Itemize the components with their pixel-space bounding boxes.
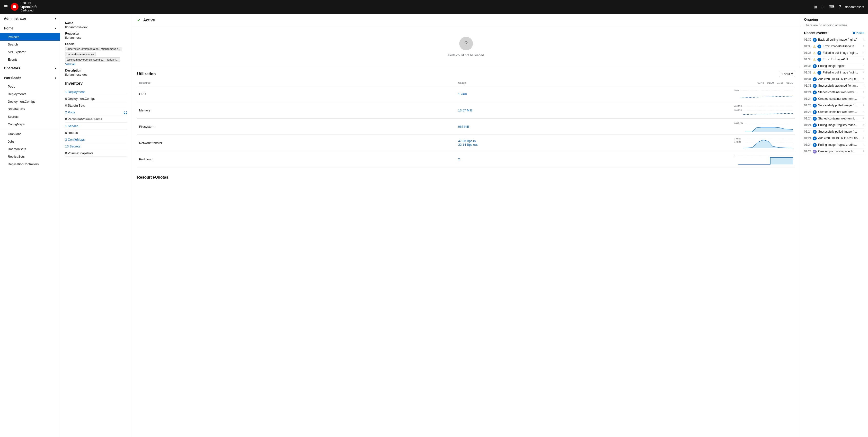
event-item[interactable]: 01:35⚠PError: ImagePullBackOff› [804, 43, 864, 50]
sidebar-item-search[interactable]: Search [0, 41, 60, 48]
event-arrow-icon: › [863, 130, 864, 133]
status-bar: ✔ Active [132, 13, 800, 27]
inventory-item-label: 0 PersistentVolumeClaims [65, 117, 102, 121]
event-arrow-icon: › [863, 64, 864, 67]
event-text: Successfully pulled image "r... [818, 130, 862, 133]
right-panel: Ongoing There are no ongoing activities.… [800, 13, 868, 437]
event-time: 01:24 [804, 117, 811, 120]
pause-button[interactable]: Pause [853, 31, 864, 34]
event-time: 01:24 [804, 104, 811, 107]
help-icon[interactable]: ? [839, 5, 841, 9]
event-arrow-icon: › [863, 104, 864, 106]
event-item[interactable]: 01:24PSuccessfully pulled image "r...› [804, 103, 864, 109]
event-time: 01:24 [804, 97, 811, 100]
event-item[interactable]: 01:35⚠PFailed to pull image "ngin...› [804, 50, 864, 56]
event-item[interactable]: 01:31PAdd eth0 [10.130.6.129/23] fr...› [804, 76, 864, 83]
event-time: 01:24 [804, 110, 811, 114]
events-list: 01:36PBack-off pulling image "nginx"›01:… [804, 37, 864, 155]
label-tag-0[interactable]: kubernetes.io/metadata.na...=florianmoss… [65, 47, 122, 51]
sidebar-item-projects[interactable]: Projects [0, 33, 60, 41]
sidebar-item-deploymentconfigs[interactable]: DeploymentConfigs [0, 98, 60, 105]
util-row-name: Pod count [137, 151, 456, 167]
event-item[interactable]: 01:31PSuccessfully assigned florian...› [804, 83, 864, 89]
recent-events-header: Recent events Pause [804, 31, 864, 35]
left-panel: Name florianmoss-dev Requester florianmo… [60, 13, 132, 437]
svg-text:200m: 200m [734, 89, 739, 91]
sidebar-item-daemonsets[interactable]: DaemonSets [0, 145, 60, 153]
recent-events-title: Recent events [804, 31, 827, 35]
event-item[interactable]: 01:24PPulling image "registry.redha...› [804, 142, 864, 148]
event-item[interactable]: 01:35⚠PError: ErrImagePull› [804, 56, 864, 63]
sidebar-item-deployments[interactable]: Deployments [0, 90, 60, 98]
view-all-link[interactable]: View all [65, 62, 75, 66]
p-badge: P [813, 84, 817, 88]
utilization-header: Utilization 1 hour ▾ [137, 71, 795, 77]
sidebar-item-configmaps[interactable]: ConfigMaps [0, 120, 60, 128]
p-badge: P [813, 104, 817, 108]
sidebar-operators-header[interactable]: Operators ▾ [0, 63, 60, 73]
sidebar-admin-header[interactable]: Administrator ▾ [0, 13, 60, 23]
sidebar-item-api-explorer[interactable]: API Explorer [0, 48, 60, 56]
hamburger-icon[interactable]: ☰ [4, 4, 8, 9]
plus-icon[interactable]: ⊕ [821, 5, 825, 9]
p-badge: P [813, 77, 817, 81]
event-item[interactable]: 01:24PPulling image "registry.redha...› [804, 122, 864, 129]
status-label: Active [143, 18, 155, 22]
terminal-icon[interactable]: ⌨ [829, 5, 834, 9]
sidebar-item-jobs[interactable]: Jobs [0, 138, 60, 145]
sidebar-item-replicationcontrollers[interactable]: ReplicationControllers [0, 161, 60, 168]
event-item[interactable]: 01:24RSCreated pod: workspacebb...› [804, 148, 864, 155]
name-value: florianmoss-dev [65, 25, 127, 29]
inventory-item-label[interactable]: 2 Pods [65, 111, 75, 114]
event-item[interactable]: 01:24PAdd eth0 [10.130.6.111/23] fro...› [804, 135, 864, 142]
util-row-chart: 2 [732, 151, 795, 167]
sidebar-home-header[interactable]: Home ▾ [0, 23, 60, 33]
util-row-chart: 400 MiB 200 MiB [732, 102, 795, 118]
sidebar-item-replicasets[interactable]: ReplicaSets [0, 153, 60, 161]
event-text: Pulling image "registry.redha... [818, 143, 862, 146]
inventory-item-label[interactable]: 13 Secrets [65, 145, 80, 148]
grid-icon[interactable]: ⊞ [814, 5, 817, 9]
event-text: Created pod: workspacebb... [818, 150, 862, 153]
event-arrow-icon: › [863, 71, 864, 74]
util-row-usage: 968 KiB [456, 118, 732, 135]
event-text: Add eth0 [10.130.6.129/23] fr... [818, 77, 862, 81]
label-tag-2[interactable]: toolchain.dev.openshift.com/o... =floria… [65, 57, 120, 62]
sidebar-workloads-header[interactable]: Workloads ▾ [0, 73, 60, 83]
event-item[interactable]: 01:24PSuccessfully pulled image "r...› [804, 129, 864, 135]
event-item[interactable]: 01:24PStarted container web-termi...› [804, 89, 864, 96]
event-arrow-icon: › [863, 84, 864, 87]
event-item[interactable]: 01:24PCreated container web-term...› [804, 109, 864, 116]
sidebar-item-cronjobs[interactable]: CronJobs [0, 130, 60, 138]
rs-badge: RS [813, 150, 817, 153]
event-item[interactable]: 01:36PBack-off pulling image "nginx"› [804, 37, 864, 43]
col-chart: 00:45 01:00 01:15 01:30 [732, 80, 795, 86]
event-item[interactable]: 01:24PStarted container web-termi...› [804, 116, 864, 122]
inventory-item-label[interactable]: 1 Deployment [65, 90, 85, 94]
sidebar-item-statefulsets[interactable]: StatefulSets [0, 105, 60, 113]
event-text: Started container web-termi... [818, 90, 862, 94]
requester-value: florianmoss [65, 36, 127, 39]
p-badge: P [817, 71, 821, 75]
time-selector[interactable]: 1 hour ▾ [779, 71, 795, 77]
sidebar-item-events[interactable]: Events [0, 56, 60, 63]
event-item[interactable]: 01:33⚠PFailed to pull image "ngin...› [804, 69, 864, 76]
sidebar-item-secrets[interactable]: Secrets [0, 113, 60, 120]
event-item[interactable]: 01:34PPulling image "nginx"› [804, 63, 864, 69]
event-arrow-icon: › [863, 58, 864, 60]
event-time: 01:33 [804, 71, 811, 74]
event-item[interactable]: 01:24PCreated container web-term...› [804, 96, 864, 103]
sidebar-item-pods[interactable]: Pods [0, 83, 60, 90]
user-menu[interactable]: florianmoss ▾ [845, 5, 864, 9]
warn-badge: ⚠ [813, 71, 816, 75]
p-badge: P [817, 51, 821, 55]
event-time: 01:24 [804, 150, 811, 153]
inventory-item-label[interactable]: 1 Service [65, 124, 78, 128]
util-row: Memory13.57 MiB 400 MiB 200 MiB [137, 102, 795, 118]
inventory-item-label[interactable]: 3 ConfigMaps [65, 138, 85, 141]
p-badge: P [813, 137, 817, 140]
event-arrow-icon: › [863, 150, 864, 152]
inventory-title: Inventory [65, 81, 127, 86]
col-usage: Usage [456, 80, 732, 86]
label-tag-1[interactable]: name=florianmoss-dev [65, 52, 96, 56]
